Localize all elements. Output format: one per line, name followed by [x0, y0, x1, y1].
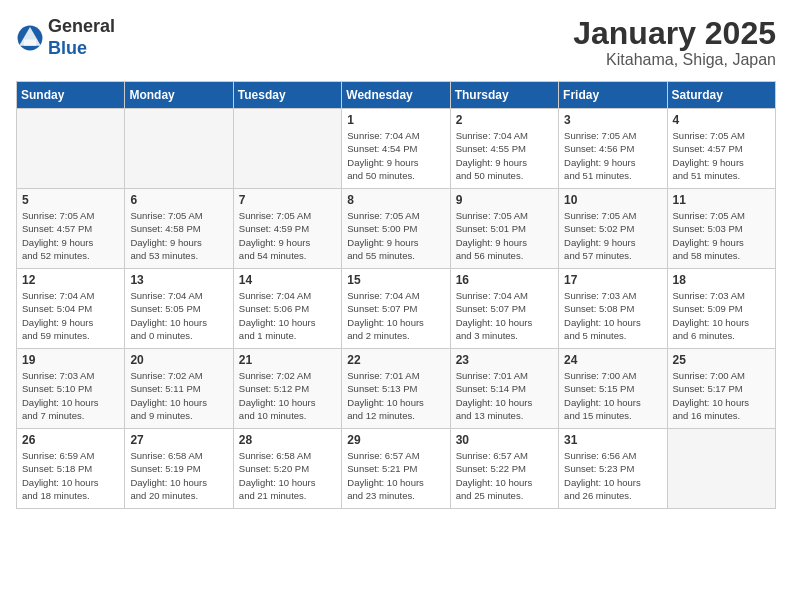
calendar-cell: 24Sunrise: 7:00 AM Sunset: 5:15 PM Dayli…: [559, 349, 667, 429]
day-info: Sunrise: 7:05 AM Sunset: 5:03 PM Dayligh…: [673, 209, 770, 262]
day-number: 26: [22, 433, 119, 447]
day-number: 27: [130, 433, 227, 447]
day-number: 24: [564, 353, 661, 367]
day-info: Sunrise: 7:05 AM Sunset: 5:01 PM Dayligh…: [456, 209, 553, 262]
calendar-cell: 14Sunrise: 7:04 AM Sunset: 5:06 PM Dayli…: [233, 269, 341, 349]
day-number: 22: [347, 353, 444, 367]
day-info: Sunrise: 7:04 AM Sunset: 5:07 PM Dayligh…: [456, 289, 553, 342]
calendar-cell: [17, 109, 125, 189]
day-number: 6: [130, 193, 227, 207]
day-number: 9: [456, 193, 553, 207]
day-info: Sunrise: 7:03 AM Sunset: 5:10 PM Dayligh…: [22, 369, 119, 422]
calendar-title: January 2025: [573, 16, 776, 51]
day-info: Sunrise: 6:58 AM Sunset: 5:19 PM Dayligh…: [130, 449, 227, 502]
day-number: 13: [130, 273, 227, 287]
weekday-header-thursday: Thursday: [450, 82, 558, 109]
day-number: 20: [130, 353, 227, 367]
day-info: Sunrise: 7:02 AM Sunset: 5:12 PM Dayligh…: [239, 369, 336, 422]
day-info: Sunrise: 7:05 AM Sunset: 4:57 PM Dayligh…: [673, 129, 770, 182]
calendar-week-row: 1Sunrise: 7:04 AM Sunset: 4:54 PM Daylig…: [17, 109, 776, 189]
day-number: 19: [22, 353, 119, 367]
logo-icon: [16, 24, 44, 52]
day-info: Sunrise: 6:57 AM Sunset: 5:21 PM Dayligh…: [347, 449, 444, 502]
calendar-cell: 20Sunrise: 7:02 AM Sunset: 5:11 PM Dayli…: [125, 349, 233, 429]
calendar-cell: 21Sunrise: 7:02 AM Sunset: 5:12 PM Dayli…: [233, 349, 341, 429]
calendar-cell: 11Sunrise: 7:05 AM Sunset: 5:03 PM Dayli…: [667, 189, 775, 269]
day-number: 12: [22, 273, 119, 287]
day-info: Sunrise: 7:04 AM Sunset: 5:04 PM Dayligh…: [22, 289, 119, 342]
day-info: Sunrise: 7:05 AM Sunset: 4:56 PM Dayligh…: [564, 129, 661, 182]
day-info: Sunrise: 7:00 AM Sunset: 5:17 PM Dayligh…: [673, 369, 770, 422]
day-info: Sunrise: 7:04 AM Sunset: 5:07 PM Dayligh…: [347, 289, 444, 342]
calendar-week-row: 5Sunrise: 7:05 AM Sunset: 4:57 PM Daylig…: [17, 189, 776, 269]
calendar-cell: 25Sunrise: 7:00 AM Sunset: 5:17 PM Dayli…: [667, 349, 775, 429]
day-info: Sunrise: 7:01 AM Sunset: 5:14 PM Dayligh…: [456, 369, 553, 422]
logo-general-text: General: [48, 16, 115, 36]
day-number: 5: [22, 193, 119, 207]
day-number: 2: [456, 113, 553, 127]
day-info: Sunrise: 6:57 AM Sunset: 5:22 PM Dayligh…: [456, 449, 553, 502]
calendar-cell: 19Sunrise: 7:03 AM Sunset: 5:10 PM Dayli…: [17, 349, 125, 429]
day-info: Sunrise: 7:05 AM Sunset: 5:00 PM Dayligh…: [347, 209, 444, 262]
day-number: 4: [673, 113, 770, 127]
weekday-header-tuesday: Tuesday: [233, 82, 341, 109]
calendar-table: SundayMondayTuesdayWednesdayThursdayFrid…: [16, 81, 776, 509]
day-info: Sunrise: 6:59 AM Sunset: 5:18 PM Dayligh…: [22, 449, 119, 502]
calendar-week-row: 26Sunrise: 6:59 AM Sunset: 5:18 PM Dayli…: [17, 429, 776, 509]
weekday-header-sunday: Sunday: [17, 82, 125, 109]
weekday-header-wednesday: Wednesday: [342, 82, 450, 109]
calendar-cell: [667, 429, 775, 509]
calendar-cell: 7Sunrise: 7:05 AM Sunset: 4:59 PM Daylig…: [233, 189, 341, 269]
day-number: 15: [347, 273, 444, 287]
day-info: Sunrise: 7:02 AM Sunset: 5:11 PM Dayligh…: [130, 369, 227, 422]
day-number: 14: [239, 273, 336, 287]
calendar-cell: 27Sunrise: 6:58 AM Sunset: 5:19 PM Dayli…: [125, 429, 233, 509]
day-number: 28: [239, 433, 336, 447]
day-number: 21: [239, 353, 336, 367]
calendar-cell: 4Sunrise: 7:05 AM Sunset: 4:57 PM Daylig…: [667, 109, 775, 189]
day-number: 3: [564, 113, 661, 127]
calendar-subtitle: Kitahama, Shiga, Japan: [573, 51, 776, 69]
calendar-cell: 23Sunrise: 7:01 AM Sunset: 5:14 PM Dayli…: [450, 349, 558, 429]
calendar-cell: 28Sunrise: 6:58 AM Sunset: 5:20 PM Dayli…: [233, 429, 341, 509]
weekday-header-saturday: Saturday: [667, 82, 775, 109]
calendar-cell: [125, 109, 233, 189]
calendar-cell: 6Sunrise: 7:05 AM Sunset: 4:58 PM Daylig…: [125, 189, 233, 269]
day-number: 31: [564, 433, 661, 447]
weekday-header-monday: Monday: [125, 82, 233, 109]
day-info: Sunrise: 7:05 AM Sunset: 5:02 PM Dayligh…: [564, 209, 661, 262]
logo: General Blue: [16, 16, 115, 59]
day-info: Sunrise: 6:56 AM Sunset: 5:23 PM Dayligh…: [564, 449, 661, 502]
logo-blue-text: Blue: [48, 38, 87, 58]
calendar-cell: 18Sunrise: 7:03 AM Sunset: 5:09 PM Dayli…: [667, 269, 775, 349]
day-number: 17: [564, 273, 661, 287]
calendar-week-row: 12Sunrise: 7:04 AM Sunset: 5:04 PM Dayli…: [17, 269, 776, 349]
day-number: 1: [347, 113, 444, 127]
calendar-cell: 12Sunrise: 7:04 AM Sunset: 5:04 PM Dayli…: [17, 269, 125, 349]
calendar-cell: 13Sunrise: 7:04 AM Sunset: 5:05 PM Dayli…: [125, 269, 233, 349]
day-info: Sunrise: 6:58 AM Sunset: 5:20 PM Dayligh…: [239, 449, 336, 502]
calendar-week-row: 19Sunrise: 7:03 AM Sunset: 5:10 PM Dayli…: [17, 349, 776, 429]
day-number: 16: [456, 273, 553, 287]
day-number: 7: [239, 193, 336, 207]
calendar-cell: 9Sunrise: 7:05 AM Sunset: 5:01 PM Daylig…: [450, 189, 558, 269]
day-info: Sunrise: 7:04 AM Sunset: 4:55 PM Dayligh…: [456, 129, 553, 182]
calendar-cell: 31Sunrise: 6:56 AM Sunset: 5:23 PM Dayli…: [559, 429, 667, 509]
day-info: Sunrise: 7:05 AM Sunset: 4:58 PM Dayligh…: [130, 209, 227, 262]
weekday-header-row: SundayMondayTuesdayWednesdayThursdayFrid…: [17, 82, 776, 109]
day-info: Sunrise: 7:04 AM Sunset: 5:05 PM Dayligh…: [130, 289, 227, 342]
calendar-cell: 16Sunrise: 7:04 AM Sunset: 5:07 PM Dayli…: [450, 269, 558, 349]
day-info: Sunrise: 7:03 AM Sunset: 5:09 PM Dayligh…: [673, 289, 770, 342]
calendar-cell: 22Sunrise: 7:01 AM Sunset: 5:13 PM Dayli…: [342, 349, 450, 429]
calendar-cell: 30Sunrise: 6:57 AM Sunset: 5:22 PM Dayli…: [450, 429, 558, 509]
day-info: Sunrise: 7:04 AM Sunset: 4:54 PM Dayligh…: [347, 129, 444, 182]
calendar-cell: 17Sunrise: 7:03 AM Sunset: 5:08 PM Dayli…: [559, 269, 667, 349]
day-info: Sunrise: 7:05 AM Sunset: 4:57 PM Dayligh…: [22, 209, 119, 262]
weekday-header-friday: Friday: [559, 82, 667, 109]
day-info: Sunrise: 7:03 AM Sunset: 5:08 PM Dayligh…: [564, 289, 661, 342]
calendar-cell: 5Sunrise: 7:05 AM Sunset: 4:57 PM Daylig…: [17, 189, 125, 269]
calendar-cell: 1Sunrise: 7:04 AM Sunset: 4:54 PM Daylig…: [342, 109, 450, 189]
calendar-cell: 15Sunrise: 7:04 AM Sunset: 5:07 PM Dayli…: [342, 269, 450, 349]
page-header: General Blue January 2025 Kitahama, Shig…: [16, 16, 776, 69]
calendar-cell: 26Sunrise: 6:59 AM Sunset: 5:18 PM Dayli…: [17, 429, 125, 509]
